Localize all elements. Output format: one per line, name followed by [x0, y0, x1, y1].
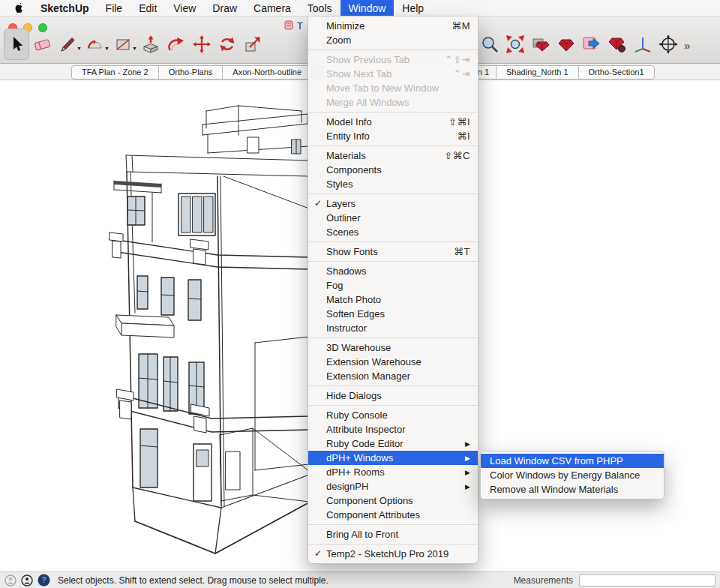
menubar-item-draw[interactable]: Draw	[204, 0, 245, 16]
rectangle-tool-button[interactable]	[110, 28, 136, 60]
menu-item-label: Ruby Code Editor	[326, 438, 456, 449]
menubar-item-camera[interactable]: Camera	[245, 0, 299, 16]
status-bar: ? Select objects. Shift to extend select…	[0, 572, 720, 588]
menu-item-merge-all-windows: Merge All Windows	[308, 95, 478, 110]
zoom-tool-button[interactable]	[477, 28, 502, 60]
menu-item-scenes[interactable]: Scenes	[308, 225, 478, 239]
follow-me-tool-button[interactable]	[164, 28, 189, 60]
menu-item-label: Extension Warehouse	[326, 356, 470, 368]
scene-tab-ortho-section1[interactable]: Ortho-Section1	[578, 65, 655, 80]
submenu-arrow-icon: ▶	[465, 483, 470, 490]
origin-crosshair-icon	[658, 34, 678, 54]
scene-tab-shading-north-1[interactable]: Shading_North 1	[496, 65, 579, 80]
menu-item-3d-warehouse[interactable]: 3D Warehouse	[308, 340, 478, 355]
menu-item-model-info[interactable]: Model Info⇧⌘I	[308, 115, 478, 129]
rotate-tool-button[interactable]	[214, 28, 240, 60]
menu-item-ruby-code-editor[interactable]: Ruby Code Editor▶	[308, 436, 478, 451]
menu-item-label: Outliner	[326, 212, 470, 224]
ruby-plugin-2-button[interactable]	[554, 28, 579, 60]
eraser-icon	[32, 35, 52, 53]
menubar-item-view[interactable]: View	[165, 0, 204, 16]
eraser-tool-button[interactable]	[29, 28, 55, 60]
menu-item-shortcut: ⇧⌘C	[444, 150, 470, 161]
menu-item-label: Extension Manager	[326, 370, 470, 382]
menu-item-extension-manager[interactable]: Extension Manager	[308, 369, 478, 383]
menubar-item-edit[interactable]: Edit	[130, 0, 165, 16]
menu-item-soften-edges[interactable]: Soften Edges	[308, 307, 478, 321]
axes-tool-button[interactable]	[630, 28, 656, 60]
magnifier-icon	[480, 34, 500, 54]
menu-item-component-options[interactable]: Component Options	[308, 494, 478, 508]
menu-item-label: Materials	[326, 150, 435, 161]
toolbar-overflow-chevron[interactable]: »	[681, 39, 693, 52]
ruby-plugin-3-button[interactable]	[604, 28, 630, 60]
scene-tabs-left: TFA Plan - Zone 2 Ortho-Plans Axon-North…	[71, 65, 325, 80]
menu-item-component-attributes[interactable]: Component Attributes	[308, 508, 478, 522]
menu-item-bring-all-to-front[interactable]: Bring All to Front	[308, 527, 478, 542]
menu-item-shadows[interactable]: Shadows	[308, 264, 478, 278]
menubar-item-file[interactable]: File	[98, 0, 131, 16]
zoom-extents-button[interactable]	[502, 28, 528, 60]
menubar-item-sketchup[interactable]: SketchUp	[32, 0, 98, 16]
ruby-plugin-1-button[interactable]	[528, 28, 554, 60]
export-plugin-button[interactable]	[579, 28, 604, 60]
submenu-arrow-icon: ▶	[465, 454, 470, 462]
menubar-item-help[interactable]: Help	[394, 0, 432, 16]
menu-item-styles[interactable]: Styles	[308, 177, 478, 191]
arc-tool-button[interactable]	[82, 28, 108, 60]
menu-item-show-fonts[interactable]: Show Fonts⌘T	[308, 244, 478, 259]
submenu-item-load-window-csv[interactable]: Load Window CSV from PHPP	[481, 454, 664, 468]
menu-item-materials[interactable]: Materials⇧⌘C	[308, 148, 478, 163]
menu-item-dph-windows[interactable]: dPH+ Windows▶	[308, 451, 478, 465]
scene-tab-tfa-plan-zone2[interactable]: TFA Plan - Zone 2	[71, 65, 159, 80]
menu-item-label: Remove all Window Materials	[490, 484, 655, 495]
menubar-item-tools[interactable]: Tools	[299, 0, 340, 16]
apple-menu[interactable]	[6, 0, 32, 16]
menu-item-zoom[interactable]: Zoom	[308, 33, 478, 47]
credits-icon[interactable]	[21, 574, 33, 586]
menu-item-shortcut: ⌘T	[454, 246, 470, 257]
select-tool-button[interactable]	[4, 28, 29, 60]
line-tool-dropdown-caret[interactable]: ▼	[76, 46, 82, 51]
menu-item-attribute-inspector[interactable]: Attribute Inspector	[308, 422, 478, 436]
menu-item-shortcut: ⌘M	[452, 20, 470, 32]
menu-item-designph[interactable]: designPH▶	[308, 479, 478, 494]
menu-item-fog[interactable]: Fog	[308, 278, 478, 292]
menu-item-label: Styles	[326, 178, 470, 190]
menu-item-instructor[interactable]: Instructor	[308, 321, 478, 335]
scale-tool-button[interactable]	[240, 28, 266, 60]
scene-tab-axon-north-outline[interactable]: Axon-North-outline	[222, 65, 312, 80]
help-icon[interactable]: ?	[38, 574, 50, 586]
menu-item-layers[interactable]: ✓Layers	[308, 196, 478, 211]
menu-item-hide-dialogs[interactable]: Hide Dialogs	[308, 388, 478, 403]
arc-tool-dropdown-caret[interactable]: ▼	[104, 46, 110, 51]
menu-item-temp2-sketchup[interactable]: ✓Temp2 - SketchUp Pro 2019	[308, 547, 478, 561]
menu-item-label: dPH+ Rooms	[326, 466, 456, 478]
rectangle-tool-dropdown-caret[interactable]: ▼	[132, 46, 137, 51]
menu-item-shortcut: ⌘I	[457, 130, 470, 142]
menu-item-minimize[interactable]: Minimize⌘M	[308, 19, 478, 33]
menu-item-label: Entity Info	[326, 130, 448, 142]
menu-item-label: Show Fonts	[326, 246, 445, 257]
menu-item-show-next-tab: Show Next Tab⌃⇥	[308, 67, 478, 81]
menu-item-entity-info[interactable]: Entity Info⌘I	[308, 129, 478, 143]
push-pull-tool-button[interactable]	[138, 28, 164, 60]
menubar-item-window[interactable]: Window	[340, 0, 394, 16]
move-tool-button[interactable]	[189, 28, 214, 60]
menu-item-extension-warehouse[interactable]: Extension Warehouse	[308, 355, 478, 369]
geolocation-icon[interactable]	[4, 574, 16, 586]
line-tool-button[interactable]	[55, 28, 80, 60]
menu-item-outliner[interactable]: Outliner	[308, 211, 478, 225]
menu-item-match-photo[interactable]: Match Photo	[308, 292, 478, 307]
menu-item-dph-rooms[interactable]: dPH+ Rooms▶	[308, 465, 478, 479]
scene-tab-ortho-plans[interactable]: Ortho-Plans	[158, 65, 224, 80]
measurements-input[interactable]	[579, 574, 716, 586]
origin-tool-button[interactable]	[656, 28, 681, 60]
measurements-label: Measurements	[514, 575, 573, 586]
submenu-item-color-windows-energy[interactable]: Color Windows by Energy Balance	[481, 468, 664, 482]
menu-separator	[308, 112, 478, 112]
submenu-item-remove-window-materials[interactable]: Remove all Window Materials	[481, 482, 664, 496]
menu-item-label: dPH+ Windows	[326, 452, 456, 464]
menu-item-components[interactable]: Components	[308, 163, 478, 177]
menu-item-ruby-console[interactable]: Ruby Console	[308, 408, 478, 422]
